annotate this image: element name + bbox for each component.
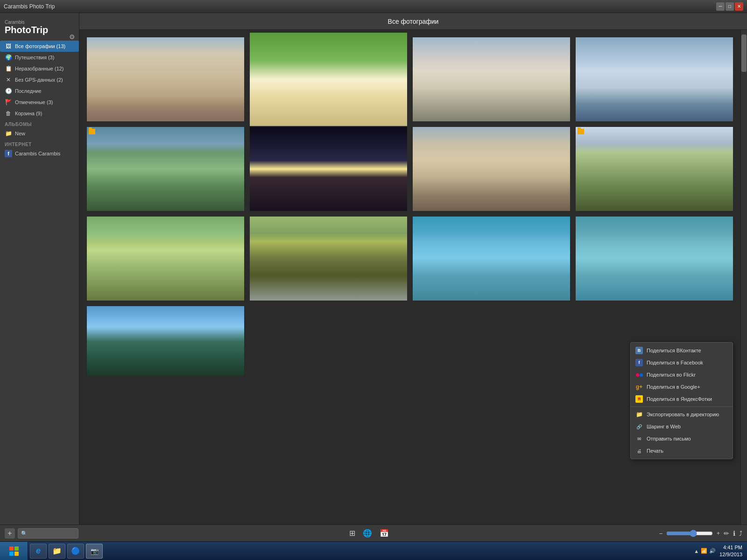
- share-yandex-label: Поделиться в ЯндексФотки: [647, 396, 712, 402]
- sidebar-item-recent[interactable]: 🕐 Последние: [0, 85, 79, 97]
- view-calendar-icon[interactable]: 📅: [380, 529, 389, 538]
- new-album-icon: 📁: [5, 130, 12, 137]
- context-menu-share-web[interactable]: 🔗 Шаринг в Web: [631, 420, 733, 433]
- info-icon[interactable]: ℹ: [733, 530, 735, 537]
- photo-11[interactable]: [413, 217, 570, 301]
- clock-time: 4:41 PM: [719, 544, 742, 551]
- view-globe-icon[interactable]: 🌐: [363, 529, 372, 538]
- photo-4[interactable]: [576, 37, 733, 121]
- app-title: Carambis Photo Trip: [4, 3, 716, 10]
- sidebar-item-no-gps[interactable]: ✕ Без GPS-данных (2): [0, 74, 79, 85]
- context-menu: В Поделиться ВКонтакте f Поделиться в Fa…: [630, 342, 733, 459]
- print-label: Печать: [647, 448, 663, 454]
- view-grid-icon[interactable]: ⊞: [349, 529, 355, 538]
- albums-section-header: АЛЬБОМЫ: [0, 119, 79, 128]
- folder-badge-8: [578, 129, 584, 134]
- share-google-label: Поделиться в Google+: [647, 384, 700, 390]
- email-icon: ✉: [635, 435, 643, 442]
- content-header: Все фотографии: [79, 13, 747, 30]
- share-fb-label: Поделиться в Facebook: [647, 360, 703, 365]
- trash-label: Корзина (9): [15, 111, 42, 116]
- content-title: Все фотографии: [388, 18, 439, 25]
- windows-logo-e: [9, 552, 14, 556]
- photo-5[interactable]: [87, 127, 244, 211]
- folder-icon: 📁: [635, 411, 643, 418]
- context-menu-print[interactable]: 🖨 Печать: [631, 445, 733, 457]
- photo-1[interactable]: [87, 37, 244, 121]
- taskbar: e 📁 🔵 📷 ▲ 📶 🔊 4:41 PM 12/9/2013: [0, 541, 747, 560]
- volume-icon: 🔊: [709, 548, 716, 554]
- search-input[interactable]: [18, 528, 78, 539]
- new-album-label: New: [15, 131, 25, 136]
- context-menu-send-email[interactable]: ✉ Отправить письмо: [631, 433, 733, 445]
- app-logo: Carambis PhotoTrip ⚙: [0, 17, 79, 41]
- marked-icon: 🚩: [5, 98, 12, 106]
- clock: 4:41 PM 12/9/2013: [719, 544, 742, 558]
- photo-10[interactable]: [250, 217, 407, 301]
- zoom-slider[interactable]: [666, 530, 713, 537]
- context-menu-export-dir[interactable]: 📁 Экспортировать в директорию: [631, 408, 733, 420]
- marked-label: Отмеченные (3): [15, 99, 53, 105]
- yandex-icon: Я: [635, 395, 643, 403]
- unsorted-icon: 📋: [5, 65, 12, 72]
- recent-icon: 🕐: [5, 87, 12, 95]
- settings-icon[interactable]: ⚙: [69, 33, 75, 41]
- share-icon[interactable]: ⤴: [739, 530, 742, 537]
- zoom-plus-icon: +: [717, 530, 720, 537]
- sidebar-item-unsorted[interactable]: 📋 Неразобранные (12): [0, 63, 79, 74]
- sidebar-item-new-album[interactable]: 📁 New: [0, 128, 79, 139]
- sidebar-item-trash[interactable]: 🗑 Корзина (9): [0, 108, 79, 119]
- carambis-fb-icon: f: [5, 150, 12, 157]
- context-menu-share-flickr[interactable]: Поделиться во Flickr: [631, 369, 733, 381]
- share-vk-label: Поделиться ВКонтакте: [647, 348, 701, 353]
- scrollbar[interactable]: [740, 30, 747, 525]
- toolbar-left: +: [5, 528, 78, 539]
- add-button[interactable]: +: [5, 528, 15, 539]
- context-menu-share-fb[interactable]: f Поделиться в Facebook: [631, 357, 733, 369]
- photo-13[interactable]: [87, 306, 244, 376]
- photo-7[interactable]: [413, 127, 570, 211]
- share-web-icon: 🔗: [635, 423, 643, 430]
- travels-icon: 🌍: [5, 54, 12, 61]
- bottom-toolbar: + ⊞ 🌐 📅 – + ✏ ℹ ⤴: [0, 525, 747, 541]
- start-button[interactable]: [0, 542, 28, 560]
- taskbar-app-chrome[interactable]: 🔵: [67, 544, 84, 559]
- close-button[interactable]: ✕: [735, 2, 743, 11]
- context-menu-share-vk[interactable]: В Поделиться ВКонтакте: [631, 344, 733, 357]
- taskbar-items: e 📁 🔵 📷: [28, 542, 105, 560]
- context-menu-share-yandex[interactable]: Я Поделиться в ЯндексФотки: [631, 393, 733, 405]
- sidebar-item-travels[interactable]: 🌍 Путешествия (3): [0, 52, 79, 63]
- sidebar-item-all-photos[interactable]: 🖼 Все фотографии (13): [0, 41, 79, 52]
- ie-icon: e: [36, 546, 41, 556]
- photo-6[interactable]: [250, 127, 407, 211]
- photos-grid-wrapper: В Поделиться ВКонтакте f Поделиться в Fa…: [79, 30, 747, 525]
- taskbar-app-phototrip[interactable]: 📷: [86, 544, 103, 559]
- clock-date: 12/9/2013: [719, 551, 742, 558]
- photo-2[interactable]: [250, 33, 407, 126]
- sidebar-item-carambis[interactable]: f Carambis Carambis: [0, 148, 79, 159]
- title-bar: Carambis Photo Trip ─ □ ✕: [0, 0, 747, 13]
- taskbar-app-ie[interactable]: e: [30, 544, 47, 559]
- photo-12[interactable]: [576, 217, 733, 301]
- photo-9[interactable]: [87, 217, 244, 301]
- tray-icon-1: ▲: [694, 548, 699, 554]
- taskbar-app-explorer[interactable]: 📁: [49, 544, 65, 559]
- toolbar-center: ⊞ 🌐 📅: [83, 529, 655, 538]
- sidebar: Carambis PhotoTrip ⚙ 🖼 Все фотографии (1…: [0, 13, 79, 525]
- sidebar-item-marked[interactable]: 🚩 Отмеченные (3): [0, 97, 79, 108]
- windows-logo-w: [14, 546, 19, 551]
- fb-icon: f: [635, 359, 643, 366]
- photo-3[interactable]: [413, 37, 570, 121]
- windows-logo: [9, 546, 19, 556]
- context-menu-share-google[interactable]: g+ Поделиться в Google+: [631, 381, 733, 393]
- send-email-label: Отправить письмо: [647, 436, 691, 441]
- photo-8[interactable]: [576, 127, 733, 211]
- maximize-button[interactable]: □: [726, 2, 734, 11]
- edit-icon[interactable]: ✏: [724, 530, 729, 537]
- flickr-icon: [635, 371, 643, 378]
- logo-phototrip: PhotoTrip: [5, 25, 74, 35]
- unsorted-label: Неразобранные (12): [15, 66, 64, 71]
- phototrip-taskbar-icon: 📷: [91, 547, 99, 555]
- folder-badge-5: [89, 129, 95, 134]
- minimize-button[interactable]: ─: [716, 2, 725, 11]
